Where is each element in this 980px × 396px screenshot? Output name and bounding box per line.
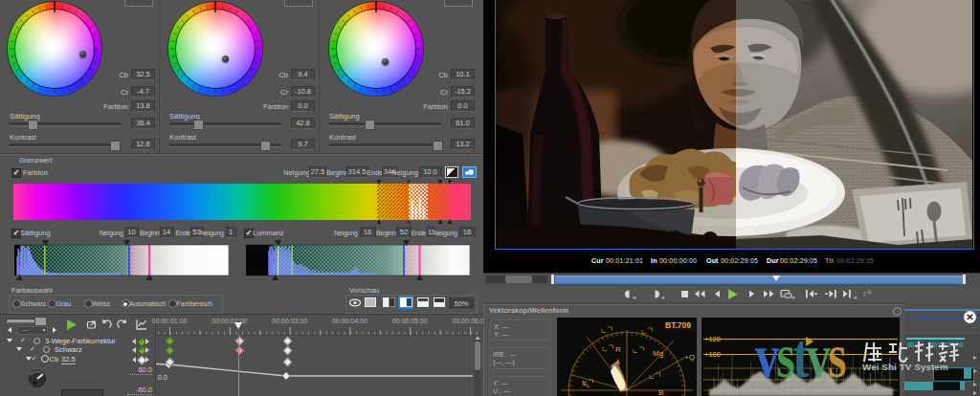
svg-text:BT.709: BT.709 <box>665 320 691 330</box>
svg-text:B: B <box>658 388 663 396</box>
svg-text:R: R <box>615 345 621 354</box>
svg-text:+Q: +Q <box>684 353 695 362</box>
svg-text:Mg: Mg <box>653 349 663 358</box>
svg-text:+120: +120 <box>704 335 721 343</box>
svg-text:+100: +100 <box>704 350 721 359</box>
